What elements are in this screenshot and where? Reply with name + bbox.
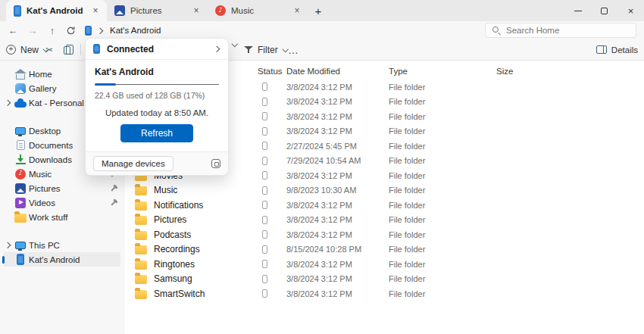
refresh-device-button[interactable]: Refresh — [120, 124, 193, 142]
tab-close-icon[interactable]: × — [90, 5, 101, 16]
chevron-right-icon[interactable] — [214, 46, 220, 52]
file-date-modified: 3/8/2024 3:12 PM — [286, 215, 389, 224]
sidebar-item-kat-s-android[interactable]: Kat's Android — [3, 252, 120, 267]
tab-close-icon[interactable]: × — [191, 5, 202, 16]
file-date-modified: 3/8/2024 3:12 PM — [286, 274, 389, 283]
on-device-status-icon — [262, 260, 267, 268]
search-input[interactable] — [506, 26, 620, 35]
on-device-status-icon — [262, 142, 267, 150]
search-box[interactable] — [485, 23, 636, 38]
file-type: File folder — [389, 126, 496, 136]
file-name: Pictures — [154, 214, 186, 225]
minimize-button[interactable] — [564, 0, 591, 21]
file-row-samsung[interactable]: Samsung 3/8/2024 3:12 PM File folder — [125, 272, 644, 287]
phone-icon — [14, 5, 21, 17]
close-button[interactable]: × — [617, 0, 644, 21]
device-name: Kat's Android — [95, 67, 219, 77]
sidebar-item-label: Kat's Android — [29, 255, 117, 264]
file-type: File folder — [389, 289, 496, 298]
file-row-music[interactable]: Music 9/8/2023 10:30 AM File folder — [125, 183, 644, 198]
folder-icon — [135, 201, 147, 211]
maximize-button[interactable] — [591, 0, 617, 21]
documents-icon — [17, 140, 25, 150]
expand-chevron-icon[interactable] — [5, 242, 11, 248]
details-view-button[interactable]: Details — [596, 39, 638, 60]
sidebar-item-videos[interactable]: Videos — [3, 195, 120, 210]
filter-button[interactable]: Filter — [244, 39, 289, 60]
column-header-size[interactable]: Size — [496, 67, 644, 76]
column-header-date-modified[interactable]: Date Modified — [286, 67, 389, 76]
manage-devices-button[interactable]: Manage devices — [93, 156, 174, 171]
chevron-right-icon[interactable] — [98, 27, 104, 33]
on-device-status-icon — [262, 171, 267, 179]
file-row-smartswitch[interactable]: SmartSwitch 3/8/2024 3:12 PM File folder — [125, 286, 644, 301]
sidebar-item-label: Work stuff — [29, 213, 117, 222]
file-type: File folder — [389, 245, 496, 254]
file-type: File folder — [389, 97, 496, 106]
minimize-icon — [574, 11, 582, 11]
expand-chevron-icon[interactable] — [5, 100, 11, 106]
connection-status: Connected — [107, 44, 208, 55]
refresh-button[interactable] — [64, 21, 77, 39]
copy-icon — [64, 46, 70, 55]
home-icon — [16, 74, 25, 80]
toolbar-divider — [80, 44, 81, 55]
pictures-icon — [114, 5, 125, 16]
sidebar-item-work-stuff[interactable]: Work stuff — [3, 210, 120, 224]
sidebar-item-pictures[interactable]: Pictures — [3, 181, 120, 195]
device-flyout-footer: Manage devices — [86, 151, 228, 175]
back-button[interactable]: ← — [6, 21, 20, 39]
filter-icon — [244, 45, 253, 55]
music-icon — [215, 5, 226, 16]
folder-icon — [135, 186, 147, 195]
tab-music[interactable]: Music × — [208, 0, 308, 21]
file-type: File folder — [389, 83, 496, 92]
phone-icon[interactable] — [85, 26, 92, 36]
tab-pictures[interactable]: Pictures × — [107, 0, 208, 21]
on-device-status-icon — [262, 186, 267, 195]
tab-kat-s-android[interactable]: Kat's Android × — [6, 0, 107, 21]
sidebar-item-label: This PC — [29, 241, 117, 250]
up-button[interactable]: ↑ — [45, 21, 59, 39]
tab-close-icon[interactable]: × — [292, 5, 302, 16]
file-name: Samsung — [154, 273, 192, 284]
view-chevron-down-icon[interactable] — [232, 42, 238, 48]
manage-devices-icon[interactable] — [211, 159, 220, 168]
more-options-button[interactable]: … — [288, 39, 299, 60]
pictures-icon — [15, 183, 26, 194]
file-row-ringtones[interactable]: Ringtones 3/8/2024 3:12 PM File folder — [125, 257, 644, 272]
file-date-modified: 3/8/2024 3:12 PM — [286, 112, 389, 121]
file-date-modified: 3/8/2024 3:12 PM — [286, 171, 389, 180]
file-type: File folder — [389, 215, 496, 224]
file-type: File folder — [389, 171, 496, 180]
forward-button[interactable]: → — [26, 21, 39, 39]
device-flyout-header[interactable]: Connected — [86, 39, 228, 60]
file-row-pictures[interactable]: Pictures 3/8/2024 3:12 PM File folder — [125, 213, 644, 228]
storage-progress-fill — [95, 83, 116, 86]
file-row-podcasts[interactable]: Podcasts 3/8/2024 3:12 PM File folder — [125, 227, 644, 242]
file-row-notifications[interactable]: Notifications 3/8/2024 3:12 PM File fold… — [125, 198, 644, 213]
file-row-recordings[interactable]: Recordings 8/15/2024 10:28 PM File folde… — [125, 242, 644, 258]
file-name: Notifications — [154, 200, 203, 211]
folder-icon — [135, 261, 147, 270]
title-bar: Kat's Android × Pictures × Music × + × — [0, 0, 644, 21]
breadcrumb-device[interactable]: Kat's Android — [110, 26, 161, 35]
onedrive-icon — [14, 101, 27, 108]
file-date-modified: 9/8/2023 10:30 AM — [286, 186, 389, 195]
column-header-type[interactable]: Type — [389, 67, 496, 76]
new-button[interactable]: New — [6, 39, 49, 60]
new-tab-button[interactable]: + — [308, 0, 328, 21]
folder-icon — [135, 231, 147, 240]
details-label: Details — [611, 45, 638, 55]
on-device-status-icon — [262, 112, 267, 120]
gallery-icon — [15, 83, 26, 94]
copy-button[interactable] — [64, 39, 70, 60]
cut-button[interactable] — [44, 39, 55, 60]
storage-usage-text: 22.4 GB used of 128 GB (17%) — [95, 91, 219, 100]
column-header-status[interactable]: Status — [254, 67, 286, 76]
search-icon — [492, 26, 501, 35]
new-icon — [6, 45, 16, 55]
sidebar-item-this-pc[interactable]: This PC — [3, 238, 120, 252]
file-name: Music — [154, 185, 177, 195]
folder-icon — [135, 216, 147, 225]
